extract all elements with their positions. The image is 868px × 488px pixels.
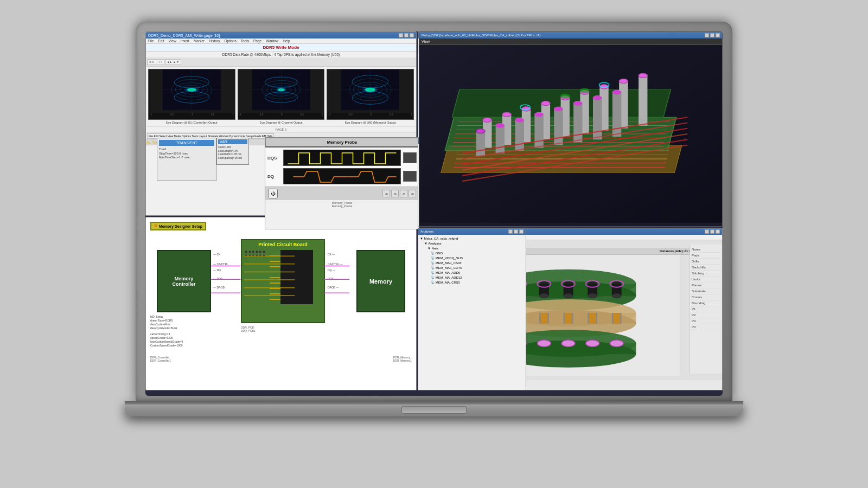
menu-help[interactable]: Help bbox=[283, 39, 290, 43]
mem-footer-2: DDR_Memory1 bbox=[393, 359, 412, 362]
3d-min[interactable]: _ bbox=[705, 33, 709, 37]
menu-view[interactable]: View bbox=[169, 39, 176, 43]
geom-drills[interactable]: Drills bbox=[691, 259, 721, 265]
svg-rect-113 bbox=[573, 104, 582, 143]
anal-vddq[interactable]: 📡 MEM_VDDQ_SUS bbox=[420, 256, 524, 261]
anal-max[interactable]: □ bbox=[514, 229, 518, 234]
ctrl-param-6: speedGrade=3200 bbox=[150, 336, 183, 340]
anal-add12[interactable]: 📡 MEM_MA_ADD12 bbox=[420, 275, 524, 280]
laptop-base bbox=[125, 401, 743, 416]
dq-waveform bbox=[283, 168, 401, 184]
via-max[interactable]: □ bbox=[710, 229, 714, 234]
anal-subtitle: ▼ Moba_CA_vsdc_refgnd bbox=[420, 236, 524, 241]
svg-point-105 bbox=[515, 118, 524, 122]
svg-rect-104 bbox=[515, 120, 524, 150]
ctrl-param-5: caOutTiming=1T bbox=[150, 332, 183, 336]
anal-cr50[interactable]: 📡 MEM_MA_CR50 bbox=[420, 280, 524, 285]
geom-p2[interactable]: P2 bbox=[691, 312, 721, 318]
menu-file[interactable]: File bbox=[148, 39, 154, 43]
geom-stitching[interactable]: Stitching bbox=[691, 271, 721, 277]
3d-view bbox=[419, 45, 722, 223]
dq-ctrl bbox=[403, 171, 417, 182]
anal-min[interactable]: _ bbox=[508, 229, 513, 234]
3d-max[interactable]: □ bbox=[710, 33, 714, 37]
geom-p3[interactable]: P3 bbox=[691, 318, 721, 324]
ddr5-subtitle: DDR5 Data Rate @ 4800Mbps - 4 Tap DFE is… bbox=[146, 52, 416, 58]
anal-close[interactable]: ✕ bbox=[519, 229, 524, 234]
svg-point-111 bbox=[554, 107, 563, 111]
3d-view-label: View bbox=[419, 38, 722, 45]
menu-page[interactable]: Page bbox=[253, 39, 261, 43]
menu-insert[interactable]: Insert bbox=[181, 39, 189, 43]
minimize-btn[interactable]: _ bbox=[399, 33, 403, 37]
dqs-ctrl bbox=[403, 152, 417, 163]
probe-icon-3[interactable]: ⊙ bbox=[400, 190, 407, 197]
via-close[interactable]: ✕ bbox=[716, 229, 720, 234]
memory-designer-btn[interactable]: ⚙ Memory Designer Setup bbox=[150, 222, 206, 230]
dq-label: DQ bbox=[267, 174, 281, 179]
page-indicator: PAGE 1 bbox=[146, 126, 416, 133]
menu-edit[interactable]: Edit bbox=[158, 39, 164, 43]
svg-rect-110 bbox=[554, 109, 563, 145]
menu-history[interactable]: History bbox=[209, 39, 220, 43]
memory-footer: DDR_Memory DDR_Memory1 bbox=[393, 356, 412, 362]
eye-diagram-box-2: -1-0.500.51 bbox=[238, 69, 325, 120]
geom-p4[interactable]: P4 bbox=[691, 324, 721, 330]
close-btn[interactable]: ✕ bbox=[410, 33, 414, 37]
svg-point-175 bbox=[610, 340, 623, 346]
geom-p1[interactable]: P1 bbox=[691, 306, 721, 312]
svg-rect-116 bbox=[593, 98, 602, 139]
anal-nets: ▼ Nets bbox=[420, 246, 524, 251]
laptop-trackpad[interactable] bbox=[401, 406, 467, 414]
probe-icon-4[interactable]: ⊙ bbox=[409, 190, 416, 197]
geom-backdrills[interactable]: Backdrills bbox=[691, 265, 721, 271]
probe-icon-2[interactable]: ⊙ bbox=[391, 190, 399, 197]
geom-covers[interactable]: Covers bbox=[691, 294, 721, 300]
geom-name[interactable]: Name bbox=[691, 247, 721, 253]
svg-rect-95 bbox=[639, 75, 647, 125]
anal-item[interactable]: ▼ Analyses bbox=[420, 241, 524, 246]
ctrl-param-3: dataCycle=Write bbox=[150, 323, 183, 326]
sig-dqs-right: DQS — bbox=[328, 277, 343, 280]
via-min[interactable]: _ bbox=[705, 229, 709, 234]
svg-rect-107 bbox=[534, 114, 543, 148]
analysis-title: Analyses bbox=[420, 230, 433, 233]
probe-icon-1[interactable]: ⊙ bbox=[382, 190, 390, 197]
geom-planes[interactable]: Planes bbox=[691, 282, 721, 288]
geom-bounding[interactable]: Bounding bbox=[691, 300, 721, 306]
anal-cot0[interactable]: 📡 MEM_MA0_COT0 bbox=[420, 266, 524, 271]
power-btn[interactable]: ⏻ bbox=[268, 189, 278, 198]
svg-point-130 bbox=[579, 88, 589, 93]
anal-gnd[interactable]: 📡 GND bbox=[420, 251, 524, 256]
menu-window[interactable]: Window bbox=[266, 39, 278, 43]
svg-rect-167 bbox=[613, 313, 620, 324]
probe-labels: Memory_Probe Memory_Probe bbox=[265, 200, 419, 209]
geom-substrate[interactable]: Substrate bbox=[691, 288, 721, 294]
svg-point-146 bbox=[588, 293, 597, 298]
var-title: VAR bbox=[218, 139, 247, 144]
menu-tools[interactable]: Tools bbox=[241, 39, 249, 43]
anal-cs0[interactable]: 📡 MEM_MA0_CS0# bbox=[420, 261, 524, 266]
analysis-content: ▼ Moba_CA_vsdc_refgnd ▼ Analyses ▼ Nets … bbox=[418, 235, 526, 287]
geom-limits[interactable]: Limits bbox=[691, 277, 721, 282]
var-content: OneD1Mm LineLength=1 in LineWidth=0.35 m… bbox=[218, 145, 247, 159]
geom-pads[interactable]: Pads bbox=[691, 253, 721, 259]
menu-options[interactable]: Options bbox=[224, 39, 236, 43]
sig-drob-right: DROB — bbox=[328, 286, 343, 289]
memory-controller-block: MemoryController bbox=[157, 250, 211, 312]
anal-add0[interactable]: 📡 MEM_MA_ADD0 bbox=[420, 271, 524, 275]
pcb-footer: DDR_PCB DDR_PCB1 bbox=[241, 326, 256, 332]
laptop: DDR5_Demo_DDR5_AMI_Write.gage [10] _ □ ✕… bbox=[108, 22, 760, 466]
maximize-btn[interactable]: □ bbox=[404, 33, 409, 37]
memory-label: Memory bbox=[369, 278, 392, 285]
ddr5-title: DDR5_Demo_DDR5_AMI_Write.gage [10] bbox=[148, 34, 220, 37]
3d-close[interactable]: ✕ bbox=[716, 33, 720, 37]
eye-diagram-3: -1-0.500.51 Eye Diagram @ U60 (Memory) O… bbox=[327, 69, 414, 124]
menu-marker[interactable]: Marker bbox=[194, 39, 205, 43]
sig-dq-left: — DQ bbox=[213, 268, 228, 272]
svg-rect-98 bbox=[476, 131, 485, 156]
ctrl-param-2: dramt Type=DDR5 bbox=[150, 319, 183, 323]
svg-rect-119 bbox=[612, 92, 621, 137]
svg-rect-164 bbox=[541, 313, 547, 324]
svg-point-102 bbox=[496, 124, 505, 128]
